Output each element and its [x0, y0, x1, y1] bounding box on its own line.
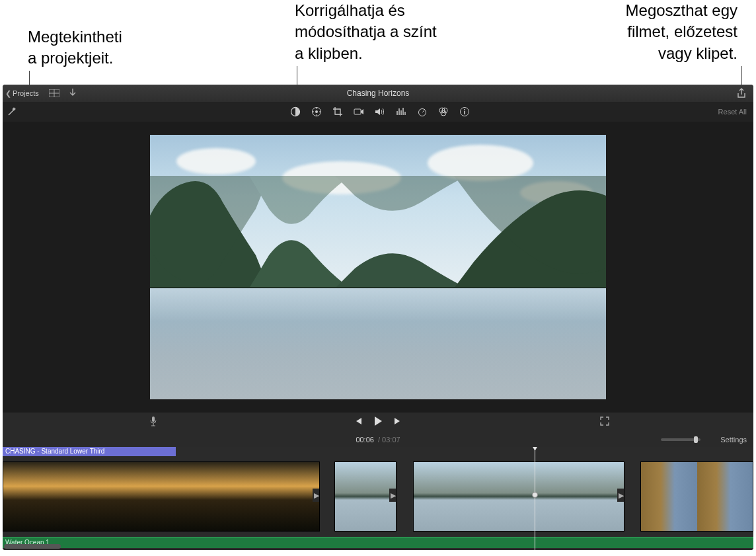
- reset-all-button[interactable]: Reset All: [718, 108, 747, 116]
- transition-icon[interactable]: ▶◀: [313, 489, 320, 502]
- time-current: 00:06: [356, 436, 374, 444]
- leader-line: [741, 66, 742, 85]
- transition-icon[interactable]: ▶◀: [389, 489, 397, 502]
- callout-share: Megoszthat egy filmet, előzetest vagy kl…: [626, 0, 737, 64]
- svg-rect-13: [464, 111, 465, 114]
- voiceover-button[interactable]: [149, 416, 157, 429]
- titlebar: ❮ Projects Chasing Horizons: [3, 85, 753, 102]
- clip-4[interactable]: [640, 461, 753, 532]
- transition-icon[interactable]: ▶◀: [617, 489, 624, 502]
- callout-text: módosíthatja a színt: [295, 22, 437, 40]
- audio-track[interactable]: Water Ocean 1: [3, 537, 753, 548]
- timecode: 00:06 / 03:07: [356, 436, 400, 444]
- color-balance-button[interactable]: [288, 104, 303, 119]
- timeline[interactable]: CHASING - Standard Lower Third ▶◀ ▶◀ ▶◀ …: [3, 447, 753, 550]
- projects-button[interactable]: ❮ Projects: [3, 89, 43, 98]
- zoom-slider[interactable]: [661, 438, 700, 441]
- callout-text: Megoszthat egy: [626, 1, 737, 19]
- svg-rect-14: [152, 417, 155, 422]
- imovie-window: ❮ Projects Chasing Horizons: [3, 85, 753, 550]
- project-title: Chasing Horizons: [347, 89, 410, 98]
- speed-button[interactable]: [415, 104, 430, 119]
- viewer-panel: [3, 122, 753, 413]
- info-button[interactable]: [457, 104, 472, 119]
- magic-wand-button[interactable]: [3, 106, 21, 117]
- leader-line: [29, 71, 30, 85]
- playhead[interactable]: [535, 447, 535, 550]
- title-overlay-clip[interactable]: CHASING - Standard Lower Third: [3, 447, 176, 456]
- fullscreen-button[interactable]: [600, 417, 609, 428]
- play-button[interactable]: [373, 416, 383, 429]
- callout-text: filmet, előzetest: [627, 22, 737, 40]
- settings-button[interactable]: Settings: [720, 436, 747, 444]
- horizontal-scrollbar[interactable]: [4, 544, 61, 549]
- transport-bar: [3, 413, 753, 432]
- clip-2[interactable]: ▶◀: [334, 461, 397, 532]
- callout-text: a projektjeit.: [28, 49, 113, 67]
- svg-point-12: [464, 109, 465, 110]
- media-library-button[interactable]: [47, 86, 61, 100]
- volume-button[interactable]: [373, 104, 387, 119]
- filter-button[interactable]: [436, 104, 451, 119]
- callout-text: Megtekintheti: [28, 28, 122, 46]
- clip-3[interactable]: ▶◀: [413, 461, 624, 532]
- color-correction-button[interactable]: [309, 104, 324, 119]
- callout-text: vagy klipet.: [658, 44, 737, 62]
- time-duration: 03:07: [382, 436, 400, 444]
- timecode-bar: 00:06 / 03:07 Settings: [3, 432, 753, 447]
- clip-1[interactable]: ▶◀: [3, 461, 320, 532]
- noise-reduction-button[interactable]: [394, 104, 408, 119]
- chevron-left-icon: ❮: [5, 89, 11, 98]
- callout-projects: Megtekintheti a projektjeit.: [28, 26, 122, 69]
- import-button[interactable]: [65, 86, 80, 100]
- projects-label: Projects: [13, 89, 39, 97]
- preview-viewer[interactable]: [150, 135, 606, 399]
- prev-button[interactable]: [354, 417, 363, 428]
- share-button[interactable]: [734, 85, 749, 102]
- next-button[interactable]: [393, 417, 402, 428]
- callout-text: a klipben.: [295, 44, 363, 62]
- callout-text: Korrigálhatja és: [295, 1, 405, 19]
- adjustment-tools: [288, 102, 472, 122]
- adjustment-bar: Reset All: [3, 102, 753, 122]
- crop-button[interactable]: [330, 104, 345, 119]
- callout-color: Korrigálhatja és módosíthatja a színt a …: [295, 0, 437, 64]
- playback-controls: [354, 416, 402, 429]
- svg-point-5: [315, 110, 318, 113]
- svg-rect-6: [354, 109, 361, 114]
- stabilization-button[interactable]: [352, 104, 366, 119]
